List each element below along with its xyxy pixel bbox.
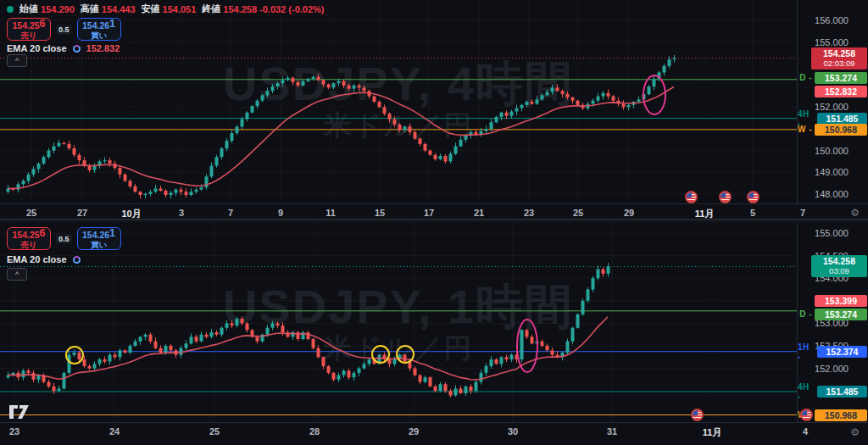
current-price-badge: 154.25802:03:09	[811, 47, 867, 70]
sell-pip: 6	[40, 227, 46, 239]
level-badge-ema: 153.399	[815, 295, 867, 307]
buy-price: 154.26	[82, 230, 109, 240]
spread-value: 0.5	[56, 25, 72, 35]
time-tick: 25	[559, 208, 597, 218]
time-tick: 7	[784, 208, 821, 218]
time-tick: 9	[262, 208, 299, 218]
spread-value: 0.5	[56, 234, 72, 244]
time-axis-1h[interactable]: ⚙ 2324252829303111月4	[0, 422, 868, 441]
indicator-row[interactable]: EMA 20 close	[7, 254, 81, 264]
price-tick: 156.000	[798, 15, 865, 25]
axis-settings-gear-icon[interactable]: ⚙	[850, 426, 860, 438]
indicator-row[interactable]: EMA 20 close 152.832	[7, 43, 120, 53]
economic-event-flag-icon[interactable]	[719, 191, 732, 203]
level-badge-D: D -153.274	[799, 72, 867, 84]
price-tick: 155.000	[798, 228, 865, 238]
time-tick: 28	[296, 426, 333, 437]
time-tick: 29	[395, 426, 432, 437]
sell-label: 売り	[20, 240, 36, 249]
chart-pane-1h[interactable]	[0, 221, 797, 422]
sell-button[interactable]: 154.256 売り	[7, 227, 51, 250]
buy-label: 買い	[91, 31, 107, 40]
economic-event-flag-icon[interactable]	[747, 191, 760, 203]
sell-pip: 6	[40, 18, 46, 30]
price-axis-4h[interactable]: 156.000155.000152.000150.000149.000148.0…	[797, 0, 868, 203]
price-tick: 149.000	[798, 167, 865, 177]
economic-event-flag-icon[interactable]	[691, 409, 704, 421]
open-value: 154.290	[41, 4, 75, 14]
time-tick: 5	[734, 208, 771, 218]
level-badge-4H: 4H -151.485	[798, 386, 867, 398]
time-tick: 15	[361, 208, 398, 218]
market-status-dot-icon	[7, 6, 14, 13]
indicator-name: EMA 20 close	[7, 43, 67, 53]
time-tick: 7	[212, 208, 249, 218]
trade-buttons: 154.256 売り 0.5 154.261 買い	[7, 227, 121, 250]
close-value: 154.258	[223, 4, 257, 14]
buy-button[interactable]: 154.261 買い	[77, 227, 121, 250]
sell-label: 売り	[20, 31, 36, 40]
time-tick: 25	[196, 426, 233, 437]
economic-event-flag-icon[interactable]	[800, 409, 813, 421]
buy-button[interactable]: 154.261 買い	[77, 18, 121, 41]
sell-button[interactable]: 154.256 売り	[7, 18, 51, 41]
indicator-name: EMA 20 close	[7, 254, 67, 264]
low-value: 154.051	[163, 4, 197, 14]
level-badge-1H: 1H -152.374	[798, 346, 867, 358]
collapse-pane-button[interactable]: ^	[7, 54, 27, 67]
time-tick: 31	[593, 426, 631, 437]
high-value: 154.443	[102, 4, 136, 14]
indicator-value: 152.832	[86, 43, 120, 53]
buy-price: 154.26	[82, 20, 109, 31]
price-tick: 150.000	[798, 146, 865, 156]
change-value: -0.032 (-0.02%)	[259, 4, 324, 14]
time-tick: 4	[787, 426, 824, 437]
chart-panel-1h: USDJPY, 1時間 米ドル／円 155.000154.500154.0001…	[0, 221, 868, 445]
high-label: 高値	[81, 3, 99, 15]
time-tick: 25	[13, 208, 50, 218]
close-label: 終値	[202, 3, 220, 15]
ema-line[interactable]	[8, 87, 674, 189]
time-tick: 11月	[693, 426, 731, 439]
low-label: 安値	[142, 3, 160, 15]
time-tick: 11	[312, 208, 349, 218]
buy-pip: 1	[109, 18, 115, 30]
axis-settings-gear-icon[interactable]: ⚙	[850, 207, 860, 219]
economic-event-flag-icon[interactable]	[685, 191, 698, 203]
price-tick: 152.000	[798, 364, 865, 374]
time-tick: 21	[460, 208, 498, 218]
sell-price: 154.25	[12, 20, 39, 31]
buy-pip: 1	[109, 227, 115, 239]
time-tick: 17	[410, 208, 448, 218]
time-tick: 29	[610, 208, 648, 218]
time-tick: 23	[510, 208, 548, 218]
time-tick: 30	[494, 426, 531, 437]
collapse-pane-button[interactable]: ^	[7, 268, 27, 281]
price-axis-1h[interactable]: 155.000154.500154.000153.500153.000152.5…	[797, 221, 868, 422]
level-badge-W: W -150.968	[798, 124, 867, 136]
indicator-loading-icon	[73, 256, 81, 264]
open-label: 始値	[19, 3, 38, 15]
chart-panel-4h: USDJPY, 4時間 米ドル／円 156.000155.000152.0001…	[0, 0, 868, 219]
time-tick: 23	[0, 426, 33, 437]
ohlc-legend: 始値154.290 高値154.443 安値154.051 終値154.258 …	[7, 3, 325, 15]
trade-buttons: 154.256 売り 0.5 154.261 買い	[7, 18, 121, 41]
time-tick: 24	[96, 426, 133, 437]
trading-app: USDJPY, 4時間 米ドル／円 156.000155.000152.0001…	[0, 0, 868, 445]
price-tick: 148.000	[798, 189, 865, 199]
level-badge-4H: 4H -151.485	[798, 113, 867, 125]
panel-divider[interactable]	[0, 219, 868, 222]
buy-label: 買い	[91, 240, 107, 249]
price-tick: 155.000	[798, 37, 865, 47]
level-badge-D: D -153.274	[799, 309, 867, 320]
time-tick: 27	[64, 208, 101, 218]
current-price-badge: 154.25803:09	[811, 255, 867, 277]
candles	[7, 55, 676, 199]
time-tick: 3	[163, 208, 200, 218]
level-badge-ema: 152.832	[815, 86, 867, 97]
indicator-loading-icon	[73, 45, 81, 53]
sell-price: 154.25	[12, 230, 39, 240]
tradingview-logo[interactable]	[8, 404, 31, 420]
